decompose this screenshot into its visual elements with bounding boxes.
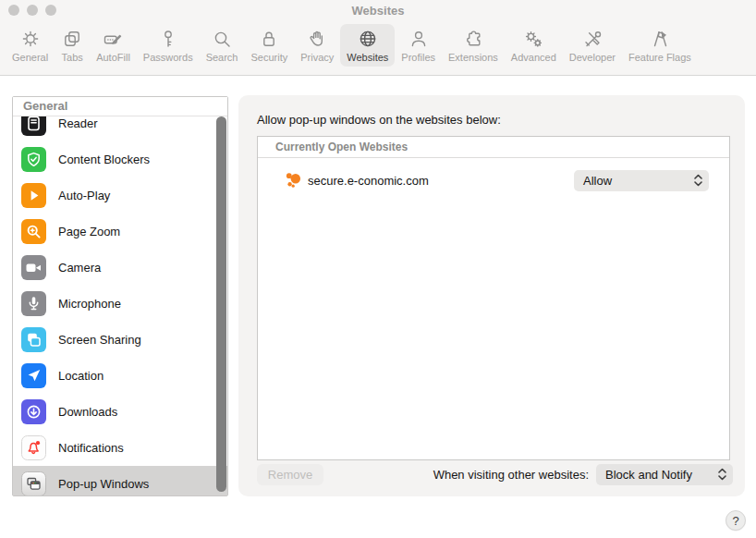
chevron-up-down-icon (694, 174, 702, 187)
e-conomic-favicon-icon (285, 172, 301, 189)
person-icon (408, 28, 430, 50)
tab-general[interactable]: General (6, 24, 55, 67)
when-visiting-label: When visiting other websites: (433, 468, 589, 482)
toolbar-label: Extensions (448, 52, 498, 63)
tabs-icon (61, 28, 83, 50)
tools-icon (581, 28, 604, 50)
sidebar-list: Reader Content Blockers Auto-Play Page Z… (13, 116, 227, 495)
popup-windows-icon (21, 471, 46, 495)
notifications-icon (21, 435, 46, 460)
window-title: Websites (0, 4, 756, 18)
lock-icon (258, 28, 280, 50)
hand-icon (306, 28, 328, 50)
website-row[interactable]: secure.e-conomic.com Allow (258, 158, 729, 202)
camera-icon (21, 255, 46, 280)
screen-sharing-icon (21, 327, 46, 352)
tab-advanced[interactable]: Advanced (505, 24, 563, 67)
sidebar-item-label: Downloads (58, 405, 117, 419)
sidebar-item-location[interactable]: Location (13, 358, 227, 394)
flags-icon (649, 28, 671, 50)
toolbar-label: Privacy (300, 52, 334, 63)
toolbar-label: Profiles (401, 52, 435, 63)
tab-privacy[interactable]: Privacy (294, 24, 340, 67)
reader-icon (21, 116, 46, 136)
tab-security[interactable]: Security (244, 24, 294, 67)
listbox-header: Currently Open Websites (258, 137, 729, 158)
sidebar-item-label: Screen Sharing (58, 333, 141, 347)
permission-dropdown-value: Allow (583, 174, 694, 188)
sidebar-item-label: Microphone (58, 297, 121, 311)
sidebar-item-popup-windows[interactable]: Pop-up Windows (13, 466, 227, 495)
window-chrome: Websites General Tabs AutoFill Passwords… (0, 0, 756, 76)
tab-tabs[interactable]: Tabs (55, 24, 90, 67)
tab-websites[interactable]: Websites (340, 24, 395, 67)
toolbar-label: General (12, 52, 48, 63)
website-url: secure.e-conomic.com (308, 174, 429, 188)
toolbar-label: Websites (347, 52, 388, 63)
tab-developer[interactable]: Developer (563, 24, 622, 67)
sidebar-item-screen-sharing[interactable]: Screen Sharing (13, 322, 227, 358)
toolbar-label: Feature Flags (628, 52, 691, 63)
toolbar-label: Tabs (62, 52, 83, 63)
globe-icon (357, 28, 379, 50)
websites-sidebar: General Reader Content Blockers Auto-Pla… (12, 96, 228, 496)
sidebar-item-notifications[interactable]: Notifications (13, 430, 227, 466)
sidebar-item-label: Auto-Play (58, 189, 110, 202)
downloads-icon (21, 399, 46, 424)
key-icon (157, 28, 179, 50)
sidebar-item-reader[interactable]: Reader (13, 116, 227, 141)
other-websites-dropdown-value: Block and Notify (605, 468, 718, 482)
magnifier-icon (211, 28, 233, 50)
tab-autofill[interactable]: AutoFill (90, 24, 137, 67)
titlebar: Websites (0, 0, 756, 20)
popup-windows-panel: Allow pop-up windows on the websites bel… (238, 95, 745, 496)
puzzle-icon (462, 28, 484, 50)
toolbar-label: AutoFill (96, 52, 130, 63)
settings-toolbar: General Tabs AutoFill Passwords Search S… (6, 24, 754, 67)
other-websites-dropdown[interactable]: Block and Notify (596, 464, 733, 485)
sidebar-item-label: Page Zoom (58, 225, 120, 238)
content-blockers-icon (21, 147, 46, 172)
location-icon (21, 363, 46, 388)
sidebar-section-header: General (13, 97, 227, 116)
tab-feature-flags[interactable]: Feature Flags (622, 24, 698, 67)
sidebar-item-camera[interactable]: Camera (13, 250, 227, 286)
tab-extensions[interactable]: Extensions (442, 24, 505, 67)
panel-bottom-bar: Remove When visiting other websites: Blo… (257, 463, 733, 485)
tab-profiles[interactable]: Profiles (395, 24, 442, 67)
toolbar-label: Passwords (143, 52, 193, 63)
page-zoom-icon (21, 219, 46, 244)
toolbar-label: Advanced (511, 52, 556, 63)
help-button[interactable]: ? (726, 510, 746, 531)
tab-passwords[interactable]: Passwords (137, 24, 200, 67)
websites-listbox: Currently Open Websites secure.e-conomic… (257, 136, 730, 460)
toolbar-label: Search (206, 52, 238, 63)
sidebar-item-label: Notifications (58, 441, 124, 455)
sidebar-item-label: Content Blockers (58, 153, 150, 166)
chevron-up-down-icon (718, 468, 726, 481)
gear-icon (19, 28, 42, 50)
sidebar-item-label: Location (58, 369, 104, 383)
permission-dropdown[interactable]: Allow (574, 170, 709, 191)
sidebar-item-microphone[interactable]: Microphone (13, 286, 227, 322)
microphone-icon (21, 291, 46, 316)
remove-button[interactable]: Remove (257, 464, 323, 485)
sidebar-item-label: Camera (58, 261, 101, 275)
sidebar-item-label: Reader (58, 116, 98, 130)
sidebar-item-downloads[interactable]: Downloads (13, 394, 227, 430)
gears-icon (522, 28, 544, 50)
autofill-icon (102, 28, 124, 50)
sidebar-item-content-blockers[interactable]: Content Blockers (13, 141, 227, 177)
tab-search[interactable]: Search (200, 24, 245, 67)
sidebar-item-page-zoom[interactable]: Page Zoom (13, 214, 227, 250)
toolbar-label: Security (250, 52, 287, 63)
auto-play-icon (21, 183, 46, 208)
sidebar-scrollbar-thumb[interactable] (216, 116, 226, 492)
sidebar-item-auto-play[interactable]: Auto-Play (13, 177, 227, 214)
sidebar-item-label: Pop-up Windows (58, 477, 149, 491)
panel-heading: Allow pop-up windows on the websites bel… (257, 113, 501, 127)
toolbar-label: Developer (569, 52, 616, 63)
